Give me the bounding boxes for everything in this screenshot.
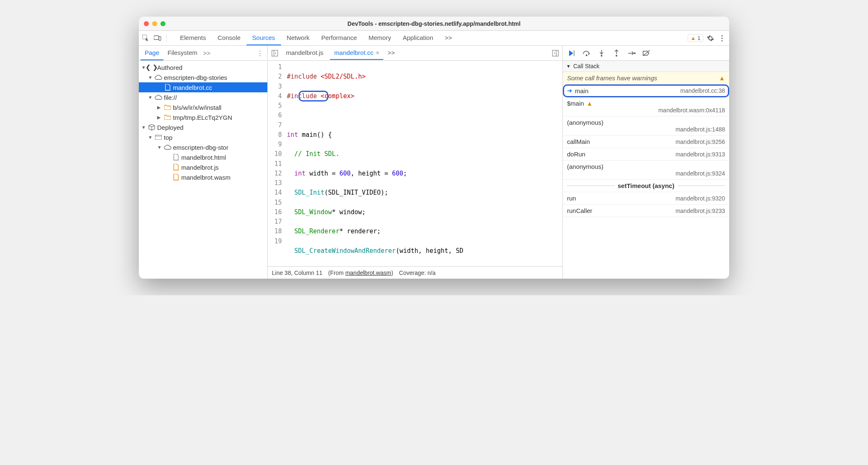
call-frame-wasm-main[interactable]: $main▲ mandelbrot.wasm:0x4118	[563, 97, 729, 116]
tree-group-deployed[interactable]: ▼ Deployed	[139, 122, 267, 132]
tree-label: top	[164, 134, 173, 141]
tree-top[interactable]: ▼ top	[139, 132, 267, 142]
chevron-right-icon: ▶	[157, 105, 162, 110]
warning-count-badge[interactable]: ▲ 1	[688, 34, 703, 42]
deactivate-breakpoints-icon[interactable]	[642, 49, 651, 58]
call-frame-runcaller[interactable]: runCaller mandelbrot.js:9233	[563, 205, 729, 217]
tab-console[interactable]: Console	[212, 31, 247, 45]
minimize-window-button[interactable]	[152, 21, 157, 26]
warning-triangle-icon: ▲	[690, 35, 696, 41]
navigator-tabs: Page Filesystem >> ⋮	[139, 46, 267, 61]
tree-label: Deployed	[157, 124, 183, 131]
tree-file-wasm[interactable]: mandelbrot.wasm	[139, 172, 267, 182]
tree-domain-authored[interactable]: ▼ emscripten-dbg-stories	[139, 72, 267, 82]
settings-gear-icon[interactable]	[706, 34, 715, 43]
svg-point-17	[616, 55, 617, 57]
chevron-down-icon: ▼	[157, 145, 162, 150]
frame-location: mandelbrot.js:9324	[567, 170, 725, 177]
divider	[166, 34, 167, 42]
step-out-icon[interactable]	[612, 49, 621, 58]
tree-file-html[interactable]: mandelbrot.html	[139, 152, 267, 162]
navigator-tab-page[interactable]: Page	[141, 46, 163, 60]
navigator-sidebar: Page Filesystem >> ⋮ ▼ ❮ ❯ Authored ▼ em…	[139, 46, 268, 279]
resume-icon[interactable]	[567, 49, 576, 58]
chevron-down-icon: ▼	[148, 135, 153, 140]
folder-icon	[164, 104, 171, 111]
frame-location: mandelbrot.js:9313	[676, 151, 725, 158]
svg-rect-10	[552, 50, 558, 56]
tree-folder-2[interactable]: ▶ tmp/tmp.ELcTq2YGN	[139, 112, 267, 122]
editor-tabs-overflow[interactable]: >>	[386, 46, 397, 60]
warning-triangle-icon: ▲	[587, 100, 593, 107]
svg-point-4	[721, 37, 723, 39]
warning-count: 1	[698, 35, 700, 41]
navigator-more-icon[interactable]: ⋮	[254, 49, 266, 57]
warning-text: Some call frames have warnings	[567, 74, 657, 82]
svg-rect-1	[154, 36, 159, 40]
tree-deploy-domain[interactable]: ▼ emscripten-dbg-stor	[139, 142, 267, 152]
svg-point-19	[634, 52, 636, 54]
tree-file-mandelbrot-cc[interactable]: mandelbrot.cc	[139, 82, 267, 92]
tree-file-scheme[interactable]: ▼ file://	[139, 92, 267, 102]
call-frame-run[interactable]: run mandelbrot.js:9320	[563, 192, 729, 205]
async-divider: setTimeout (async)	[563, 180, 729, 192]
document-icon	[172, 153, 180, 161]
editor-tab-mandelbrot-js[interactable]: mandelbrot.js	[282, 46, 328, 60]
tabs-overflow[interactable]: >>	[439, 31, 458, 45]
tree-label: emscripten-dbg-stor	[173, 144, 228, 151]
document-icon	[164, 84, 171, 91]
more-menu-icon[interactable]	[718, 34, 727, 43]
navigator-tab-filesystem[interactable]: Filesystem	[163, 46, 202, 60]
tree-label: tmp/tmp.ELcTq2YGN	[173, 114, 232, 121]
toggle-navigator-icon[interactable]	[270, 49, 279, 58]
call-frame-callmain[interactable]: callMain mandelbrot.js:9256	[563, 136, 729, 148]
call-stack-header[interactable]: ▼ Call Stack	[563, 61, 729, 72]
close-window-button[interactable]	[144, 21, 149, 26]
tree-folder-1[interactable]: ▶ b/s/w/ir/x/w/install	[139, 102, 267, 112]
toggle-debugger-icon[interactable]	[551, 49, 560, 58]
tab-network[interactable]: Network	[281, 31, 316, 45]
current-frame-arrow-icon: ➔	[567, 87, 572, 94]
inspect-element-icon[interactable]	[141, 34, 150, 43]
editor-tab-mandelbrot-cc[interactable]: mandelbrot.cc ×	[330, 46, 383, 60]
call-frame-dorun[interactable]: doRun mandelbrot.js:9313	[563, 148, 729, 161]
tab-performance[interactable]: Performance	[316, 31, 363, 45]
frame-name: (anonymous)	[567, 163, 604, 170]
zoom-window-button[interactable]	[160, 21, 165, 26]
svg-rect-8	[272, 50, 278, 56]
call-frame-anon-2[interactable]: (anonymous) mandelbrot.js:9324	[563, 161, 729, 180]
code-viewer[interactable]: 12345678910111213141516171819 #include <…	[268, 61, 562, 266]
frame-name: $main	[567, 100, 584, 107]
tab-sources[interactable]: Sources	[247, 31, 281, 45]
step-over-icon[interactable]	[582, 49, 591, 58]
frame-name: doRun	[567, 151, 585, 158]
panel-tabs: Elements Console Sources Network Perform…	[174, 31, 458, 45]
call-frame-main[interactable]: ➔ main mandelbrot.cc:38	[563, 84, 729, 97]
svg-point-15	[601, 55, 602, 57]
svg-point-13	[586, 54, 587, 56]
document-icon	[172, 163, 180, 171]
tree-file-js[interactable]: mandelbrot.js	[139, 162, 267, 172]
close-tab-icon[interactable]: ×	[376, 49, 379, 56]
step-into-icon[interactable]	[597, 49, 606, 58]
debugger-pane: ▼ Call Stack Some call frames have warni…	[563, 46, 729, 279]
tree-label: mandelbrot.js	[181, 164, 219, 171]
tree-group-authored[interactable]: ▼ ❮ ❯ Authored	[139, 62, 267, 72]
panel-toolbar: Elements Console Sources Network Perform…	[139, 31, 729, 46]
frame-location: mandelbrot.cc:38	[681, 87, 725, 94]
frame-location: mandelbrot.js:1488	[567, 126, 725, 133]
editor-tabs: mandelbrot.js mandelbrot.cc × >>	[268, 46, 562, 61]
tab-application[interactable]: Application	[397, 31, 439, 45]
source-map-link[interactable]: mandelbrot.wasm	[345, 270, 392, 276]
frame-location: mandelbrot.js:9256	[676, 139, 725, 145]
cloud-icon	[155, 94, 162, 101]
tab-memory[interactable]: Memory	[363, 31, 397, 45]
call-frame-anon-1[interactable]: (anonymous) mandelbrot.js:1488	[563, 116, 729, 136]
frame-name: run	[567, 195, 576, 202]
navigator-tabs-overflow[interactable]: >>	[203, 49, 211, 57]
tab-elements[interactable]: Elements	[174, 31, 212, 45]
tree-label: b/s/w/ir/x/w/install	[173, 104, 222, 111]
device-toolbar-icon[interactable]	[153, 34, 162, 43]
code-content: #include <SDL2/SDL.h> #include <complex>…	[284, 61, 562, 266]
step-icon[interactable]	[627, 49, 636, 58]
